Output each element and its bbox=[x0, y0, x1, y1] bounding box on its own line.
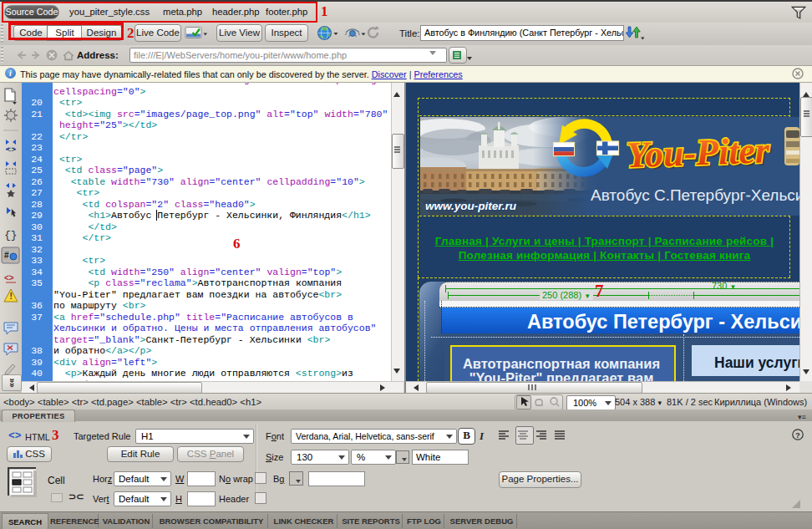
svg-text:www.you-piter.ru: www.you-piter.ru bbox=[425, 200, 517, 212]
svg-text:<>: <> bbox=[4, 273, 14, 282]
svg-text:!: ! bbox=[10, 292, 13, 301]
svg-text:?: ? bbox=[795, 430, 800, 440]
svg-text:{}: {} bbox=[4, 229, 18, 242]
svg-text:#: # bbox=[4, 251, 9, 260]
svg-text:You-Piter: You-Piter bbox=[626, 130, 771, 175]
svg-text:Автобус С.Петербург-Хельсинки: Автобус С.Петербург-Хельсинки bbox=[591, 186, 799, 204]
svg-text:<>: <> bbox=[7, 145, 16, 154]
